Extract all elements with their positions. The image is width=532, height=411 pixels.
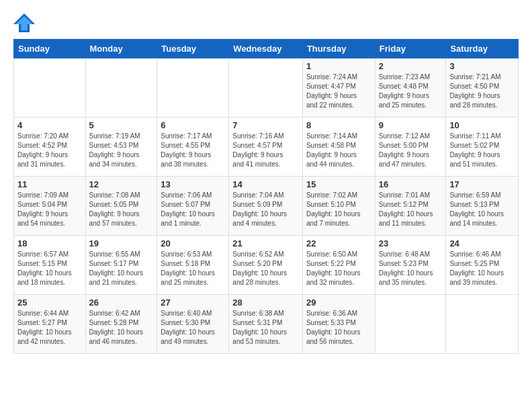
day-number: 12: [89, 179, 154, 189]
day-number: 1: [306, 61, 371, 71]
calendar-cell: 10Sunrise: 7:11 AM Sunset: 5:02 PM Dayli…: [446, 118, 519, 177]
day-number: 23: [379, 238, 443, 248]
calendar-cell: 13Sunrise: 7:06 AM Sunset: 5:07 PM Dayli…: [157, 177, 229, 236]
calendar-week-row: 18Sunrise: 6:57 AM Sunset: 5:15 PM Dayli…: [14, 236, 519, 295]
day-info: Sunrise: 6:48 AM Sunset: 5:23 PM Dayligh…: [379, 250, 443, 287]
day-number: 11: [17, 179, 82, 189]
day-info: Sunrise: 6:55 AM Sunset: 5:17 PM Dayligh…: [89, 250, 154, 287]
calendar-cell: [85, 58, 157, 118]
calendar-week-row: 4Sunrise: 7:20 AM Sunset: 4:52 PM Daylig…: [14, 118, 519, 177]
day-number: 25: [17, 298, 82, 308]
day-number: 10: [449, 120, 515, 130]
calendar-cell: 25Sunrise: 6:44 AM Sunset: 5:27 PM Dayli…: [14, 295, 86, 354]
day-info: Sunrise: 6:46 AM Sunset: 5:25 PM Dayligh…: [449, 250, 515, 287]
logo-icon: [13, 13, 35, 32]
calendar-cell: 22Sunrise: 6:50 AM Sunset: 5:22 PM Dayli…: [302, 236, 375, 295]
day-number: 7: [232, 120, 299, 130]
calendar-cell: 8Sunrise: 7:14 AM Sunset: 4:58 PM Daylig…: [302, 118, 375, 177]
day-number: 6: [161, 120, 225, 130]
calendar-cell: 12Sunrise: 7:08 AM Sunset: 5:05 PM Dayli…: [85, 177, 157, 236]
day-info: Sunrise: 6:36 AM Sunset: 5:33 PM Dayligh…: [306, 309, 371, 347]
day-info: Sunrise: 7:11 AM Sunset: 5:02 PM Dayligh…: [449, 132, 515, 169]
day-info: Sunrise: 7:20 AM Sunset: 4:52 PM Dayligh…: [17, 132, 82, 169]
calendar-cell: 24Sunrise: 6:46 AM Sunset: 5:25 PM Dayli…: [446, 236, 519, 295]
day-info: Sunrise: 6:44 AM Sunset: 5:27 PM Dayligh…: [17, 309, 82, 347]
day-number: 3: [449, 61, 515, 71]
page-header: [13, 13, 519, 32]
calendar-cell: [375, 295, 446, 354]
day-info: Sunrise: 6:52 AM Sunset: 5:20 PM Dayligh…: [232, 250, 299, 287]
calendar-cell: 4Sunrise: 7:20 AM Sunset: 4:52 PM Daylig…: [14, 118, 86, 177]
day-info: Sunrise: 7:21 AM Sunset: 4:50 PM Dayligh…: [449, 73, 515, 110]
calendar-cell: 7Sunrise: 7:16 AM Sunset: 4:57 PM Daylig…: [229, 118, 303, 177]
day-info: Sunrise: 6:53 AM Sunset: 5:18 PM Dayligh…: [161, 250, 225, 287]
day-info: Sunrise: 7:14 AM Sunset: 4:58 PM Dayligh…: [306, 132, 371, 169]
day-info: Sunrise: 7:16 AM Sunset: 4:57 PM Dayligh…: [232, 132, 299, 169]
calendar-cell: 18Sunrise: 6:57 AM Sunset: 5:15 PM Dayli…: [14, 236, 86, 295]
day-number: 8: [306, 120, 371, 130]
day-info: Sunrise: 6:42 AM Sunset: 5:28 PM Dayligh…: [89, 309, 154, 347]
day-number: 14: [232, 179, 299, 189]
day-info: Sunrise: 7:19 AM Sunset: 4:53 PM Dayligh…: [89, 132, 154, 169]
calendar-cell: 9Sunrise: 7:12 AM Sunset: 5:00 PM Daylig…: [375, 118, 446, 177]
day-info: Sunrise: 6:50 AM Sunset: 5:22 PM Dayligh…: [306, 250, 371, 287]
header-wednesday: Wednesday: [229, 40, 303, 58]
day-info: Sunrise: 7:09 AM Sunset: 5:04 PM Dayligh…: [17, 191, 82, 228]
calendar-cell: 27Sunrise: 6:40 AM Sunset: 5:30 PM Dayli…: [157, 295, 229, 354]
day-number: 24: [449, 238, 515, 248]
calendar-cell: 14Sunrise: 7:04 AM Sunset: 5:09 PM Dayli…: [229, 177, 303, 236]
calendar-cell: 16Sunrise: 7:01 AM Sunset: 5:12 PM Dayli…: [375, 177, 446, 236]
header-sunday: Sunday: [14, 40, 86, 58]
day-info: Sunrise: 7:04 AM Sunset: 5:09 PM Dayligh…: [232, 191, 299, 228]
day-info: Sunrise: 7:17 AM Sunset: 4:55 PM Dayligh…: [161, 132, 225, 169]
day-info: Sunrise: 7:12 AM Sunset: 5:00 PM Dayligh…: [379, 132, 443, 169]
calendar-cell: 15Sunrise: 7:02 AM Sunset: 5:10 PM Dayli…: [302, 177, 375, 236]
calendar-table: SundayMondayTuesdayWednesdayThursdayFrid…: [13, 39, 519, 354]
calendar-week-row: 11Sunrise: 7:09 AM Sunset: 5:04 PM Dayli…: [14, 177, 519, 236]
calendar-cell: 26Sunrise: 6:42 AM Sunset: 5:28 PM Dayli…: [85, 295, 157, 354]
day-info: Sunrise: 6:38 AM Sunset: 5:31 PM Dayligh…: [232, 309, 299, 347]
day-number: 15: [306, 179, 371, 189]
day-number: 13: [161, 179, 225, 189]
day-number: 26: [89, 298, 154, 308]
calendar-header-row: SundayMondayTuesdayWednesdayThursdayFrid…: [14, 40, 519, 58]
calendar-cell: 1Sunrise: 7:24 AM Sunset: 4:47 PM Daylig…: [302, 58, 375, 118]
calendar-cell: 28Sunrise: 6:38 AM Sunset: 5:31 PM Dayli…: [229, 295, 303, 354]
day-number: 9: [379, 120, 443, 130]
day-info: Sunrise: 7:08 AM Sunset: 5:05 PM Dayligh…: [89, 191, 154, 228]
day-number: 2: [379, 61, 443, 71]
header-tuesday: Tuesday: [157, 40, 229, 58]
day-number: 18: [17, 238, 82, 248]
day-info: Sunrise: 7:24 AM Sunset: 4:47 PM Dayligh…: [306, 73, 371, 110]
day-number: 16: [379, 179, 443, 189]
day-number: 17: [449, 179, 515, 189]
day-info: Sunrise: 6:57 AM Sunset: 5:15 PM Dayligh…: [17, 250, 82, 287]
calendar-cell: 3Sunrise: 7:21 AM Sunset: 4:50 PM Daylig…: [446, 58, 519, 118]
day-info: Sunrise: 6:40 AM Sunset: 5:30 PM Dayligh…: [161, 309, 225, 347]
day-info: Sunrise: 7:02 AM Sunset: 5:10 PM Dayligh…: [306, 191, 371, 228]
calendar-cell: [157, 58, 229, 118]
day-number: 28: [232, 298, 299, 308]
calendar-cell: 21Sunrise: 6:52 AM Sunset: 5:20 PM Dayli…: [229, 236, 303, 295]
header-saturday: Saturday: [446, 40, 519, 58]
calendar-week-row: 25Sunrise: 6:44 AM Sunset: 5:27 PM Dayli…: [14, 295, 519, 354]
logo: [13, 13, 36, 32]
day-number: 27: [161, 298, 225, 308]
calendar-cell: [229, 58, 303, 118]
day-info: Sunrise: 7:06 AM Sunset: 5:07 PM Dayligh…: [161, 191, 225, 228]
header-friday: Friday: [375, 40, 446, 58]
calendar-cell: 20Sunrise: 6:53 AM Sunset: 5:18 PM Dayli…: [157, 236, 229, 295]
day-number: 22: [306, 238, 371, 248]
calendar-cell: [446, 295, 519, 354]
calendar-cell: 6Sunrise: 7:17 AM Sunset: 4:55 PM Daylig…: [157, 118, 229, 177]
calendar-cell: 5Sunrise: 7:19 AM Sunset: 4:53 PM Daylig…: [85, 118, 157, 177]
calendar-cell: 11Sunrise: 7:09 AM Sunset: 5:04 PM Dayli…: [14, 177, 86, 236]
day-number: 5: [89, 120, 154, 130]
calendar-cell: 17Sunrise: 6:59 AM Sunset: 5:13 PM Dayli…: [446, 177, 519, 236]
header-thursday: Thursday: [302, 40, 375, 58]
day-info: Sunrise: 6:59 AM Sunset: 5:13 PM Dayligh…: [449, 191, 515, 228]
header-monday: Monday: [85, 40, 157, 58]
day-info: Sunrise: 7:23 AM Sunset: 4:48 PM Dayligh…: [379, 73, 443, 110]
svg-marker-1: [15, 16, 33, 31]
day-number: 19: [89, 238, 154, 248]
